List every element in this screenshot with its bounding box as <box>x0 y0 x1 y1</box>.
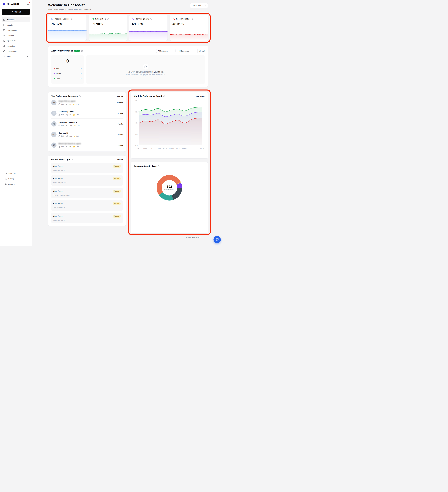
good-dot <box>54 78 55 79</box>
sentiment-badge: Neutral <box>113 177 121 180</box>
rating-stat: 2.80 <box>73 146 79 148</box>
recent-transcripts-view-all[interactable]: View all <box>117 159 123 161</box>
kpi-card-responsiveness[interactable]: Responsiveness 76.37% <box>48 15 87 41</box>
sentiment-filter-value: All Sentiments <box>158 50 168 52</box>
kpi-card-service-quality[interactable]: Service Quality 69.03% <box>129 15 168 41</box>
transcript-list: Chat #0199 Neutral What can you do? Chat… <box>51 163 123 223</box>
svg-text:Day 16: Day 16 <box>169 147 174 149</box>
info-icon[interactable] <box>81 50 83 52</box>
brand-logo-icon <box>2 2 6 6</box>
rating-stat: 3.30 <box>74 135 79 137</box>
sidebar-item-settings[interactable]: Settings <box>3 176 28 181</box>
message-square-icon <box>143 64 149 70</box>
sentiment-label: Bad <box>56 68 59 69</box>
operator-calls: 1 calls <box>118 144 123 146</box>
thumbs-up-stat: 28% <box>59 125 64 126</box>
sentiment-label: Neutral <box>56 73 61 75</box>
sidebar-item-agent-studio[interactable]: Agent Studio <box>2 38 30 43</box>
transcript-item[interactable]: Chat #0199 Neutral What can you do? <box>51 175 123 186</box>
transcript-message: What can you do? <box>53 169 121 171</box>
info-icon[interactable] <box>192 18 193 20</box>
empty-state: No active conversations match your filte… <box>86 55 205 84</box>
svg-text:50%: 50% <box>135 122 138 124</box>
thumbs-up-icon <box>92 18 94 20</box>
top-operators-view-all[interactable]: View all <box>117 95 123 97</box>
kpi-value: 76.37% <box>51 22 84 26</box>
transcript-item[interactable]: Chat #0199 Neutral What can you do? <box>51 213 123 223</box>
sidebar-item-audit-log[interactable]: Audit Log <box>3 171 28 176</box>
sidebar-item-label: Agent Studio <box>7 40 16 42</box>
sidebar-item-account[interactable]: Account <box>3 182 28 186</box>
sidebar-item-conversations[interactable]: Conversations <box>2 28 30 33</box>
transcript-item[interactable]: Chat #0199 Neutral What can you do? <box>51 163 123 173</box>
sidebar-item-integrations[interactable]: Integrations <box>2 43 30 49</box>
sentiment-row-bad: Bad 0 <box>54 66 81 71</box>
notifications-button[interactable] <box>27 3 30 6</box>
info-icon[interactable] <box>107 18 109 20</box>
operator-name: Virgin POC ai_agent <box>59 100 79 102</box>
sidebar-item-operators[interactable]: Operators <box>2 33 30 38</box>
main-content: Welcome to GenAssist Monitor and analyze… <box>32 0 224 239</box>
monthly-trend-chart: 0%25%50%75%100%Day 1Day 4Day 7Day 10Day … <box>134 99 205 153</box>
sentiment-badge: Neutral <box>113 190 121 193</box>
sidebar-item-llm-settings[interactable]: LLM Settings <box>2 49 30 54</box>
handle-time-stat: 13m <box>66 125 72 126</box>
empty-state-title: No active conversations match your filte… <box>128 71 163 73</box>
star-icon <box>73 146 75 148</box>
active-conversations-view-all[interactable]: View all <box>199 50 205 52</box>
operator-calls: 3 calls <box>118 112 123 114</box>
date-range-select[interactable]: Last 30 Days <box>190 3 208 8</box>
handle-time-stat: 13m <box>66 135 72 137</box>
sidebar-item-admin[interactable]: Admin <box>2 54 30 59</box>
clock-icon <box>66 146 68 148</box>
thumbs-up-icon <box>59 125 60 126</box>
sidebar-bottom-nav: Audit Log Settings Account <box>2 171 30 186</box>
highlighted-column: Monthly Performance Trend View details 0… <box>131 92 208 234</box>
handle-time-stat: 0m <box>66 103 71 105</box>
info-icon[interactable] <box>79 95 81 97</box>
info-icon[interactable] <box>150 18 152 20</box>
clock-icon <box>51 18 53 20</box>
operator-row[interactable]: VA Virgin POC ai_agent 55% 0m 3.70 22 ca… <box>51 97 123 108</box>
star-icon <box>73 114 75 116</box>
kpi-label: Resolution Rate <box>176 18 190 20</box>
transcript-item[interactable]: Chat #0199 Neutral Test of feedback <box>51 200 123 211</box>
info-icon[interactable] <box>158 165 160 167</box>
star-icon <box>74 135 76 137</box>
chat-fab-button[interactable] <box>214 236 221 243</box>
kpi-card-satisfaction[interactable]: Satisfaction 52.90% <box>89 15 127 41</box>
operator-name: Zendesk Operator <box>59 111 79 113</box>
active-conversations-title: Active Conversations <box>51 50 73 52</box>
operator-row[interactable]: OO Operator 01 28% 13m 3.30 9 calls <box>51 129 123 140</box>
kpi-grid: Responsiveness 76.37% Satisfaction 52.90… <box>48 15 208 41</box>
operator-calls: 9 calls <box>118 123 123 125</box>
transcript-item[interactable]: Chat #0199 Neutral To test feedback agai… <box>51 188 123 198</box>
chevron-down-icon <box>193 50 194 52</box>
recent-transcripts-title: Recent Transcripts <box>51 158 70 161</box>
transcript-message: Test of feedback <box>53 207 121 209</box>
sidebar-item-label: Conversations <box>7 29 17 31</box>
award-icon <box>132 18 134 20</box>
info-icon[interactable] <box>71 18 72 20</box>
sentiment-filter-select[interactable]: All Sentiments <box>156 49 175 53</box>
monthly-trend-view-details[interactable]: View details <box>196 95 205 97</box>
sentiment-badge: Neutral <box>113 215 121 218</box>
category-filter-select[interactable]: All Categories <box>177 49 196 53</box>
sidebar-item-dashboard[interactable]: Dashboard <box>2 17 30 22</box>
operator-row[interactable]: TO Transcribe Operator 01 28% 13m 3.30 9… <box>51 119 123 129</box>
kpi-card-resolution-rate[interactable]: Resolution Rate 48.31% <box>170 15 208 41</box>
avatar: OO <box>51 132 57 137</box>
info-icon[interactable] <box>72 159 73 161</box>
sidebar-item-analytics[interactable]: Analytics <box>2 22 30 28</box>
upload-label: Upload <box>14 11 21 13</box>
operator-name: Ritech QA Search ai_agent <box>59 143 81 145</box>
share-nodes-icon <box>3 50 5 52</box>
star-icon <box>74 124 76 126</box>
operator-row[interactable]: ZO Zendesk Operator 46% 4m 3.90 3 calls <box>51 108 123 119</box>
rating-stat: 3.30 <box>74 124 79 126</box>
upload-button[interactable]: Upload <box>2 9 30 15</box>
info-icon[interactable] <box>163 95 165 97</box>
operator-row[interactable]: RA Ritech QA Search ai_agent 20% 3m 2.80… <box>51 140 123 149</box>
sidebar-item-label: Operators <box>7 35 14 37</box>
svg-text:Day 7: Day 7 <box>150 147 154 149</box>
